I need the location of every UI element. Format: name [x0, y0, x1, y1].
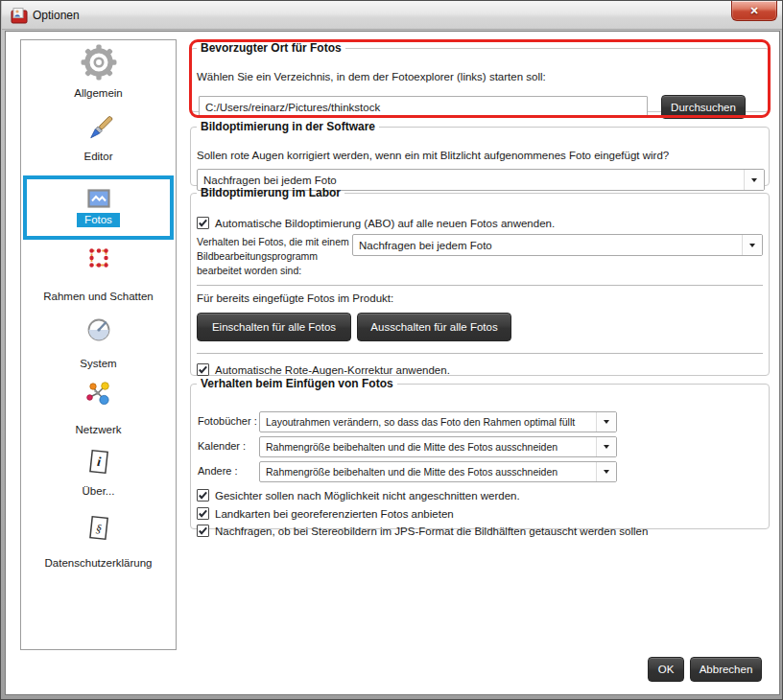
sidebar-item-label: Rahmen und Schatten [43, 291, 153, 302]
frame-icon [87, 246, 110, 269]
gauge-icon [86, 317, 111, 342]
sidebar-item-label: Allgemein [74, 87, 123, 99]
gear-icon [81, 44, 117, 81]
info-page-icon: i [86, 448, 111, 477]
andere-dropdown[interactable]: Rahmengröße beibehalten und die Mitte de… [259, 461, 617, 482]
chevron-down-icon [596, 412, 616, 432]
check-icon [198, 490, 208, 501]
sidebar-item-label: Über... [83, 485, 115, 497]
kalender-dropdown[interactable]: Rahmengröße beibehalten und die Mitte de… [259, 436, 617, 457]
kalender-label: Kalender : [198, 440, 246, 452]
andere-label: Andere : [198, 465, 238, 477]
sidebar-item-label: System [80, 358, 116, 369]
sidebar-item-label: Fotos [77, 213, 120, 227]
photo-icon [87, 189, 110, 208]
network-icon [84, 381, 113, 408]
chevron-down-icon [596, 437, 616, 456]
disable-all-button[interactable]: Ausschalten für alle Fotos [357, 313, 511, 341]
section-lab-optimization: Bildoptimierung im Labor Automatische Bi… [190, 186, 770, 376]
section-insert-behavior: Verhalten beim Einfügen von Fotos Fotobü… [190, 377, 770, 529]
fotobuecher-label: Fotobücher : [198, 415, 257, 427]
sidebar-item-editor[interactable]: Editor [21, 116, 176, 162]
check-icon [198, 525, 208, 536]
title-bar[interactable]: Optionen ✕ [2, 1, 783, 30]
browse-button[interactable]: Durchsuchen [661, 95, 746, 119]
sidebar-item-rahmen-und-schatten[interactable]: Rahmen und Schatten [21, 246, 176, 302]
checkbox-label: Landkarten bei georeferenzierten Fotos a… [215, 508, 454, 520]
close-button[interactable]: ✕ [731, 1, 777, 21]
close-icon: ✕ [749, 6, 758, 16]
dropdown-value: Nachfragen bei jedem Foto [198, 175, 744, 186]
checkbox-label: Automatische Bildoptimierung (ABO) auf a… [215, 218, 555, 229]
section-title: Bevorzugter Ort für Fotos [197, 41, 345, 55]
fotobuecher-dropdown[interactable]: Layoutrahmen verändern, so dass das Foto… [259, 411, 617, 432]
section-software-optimization: Bildoptimierung in der Software Sollen r… [190, 120, 770, 186]
checkbox-stereo[interactable] [197, 525, 209, 537]
dropdown-value: Layoutrahmen verändern, so dass das Foto… [260, 416, 596, 428]
chevron-down-icon [742, 235, 762, 255]
sidebar-item-datenschutzerklaerung[interactable]: § Datenschutzerklärung [21, 514, 176, 569]
photo-path-value: C:/Users/reinarz/Pictures/thinkstock [205, 102, 380, 113]
enable-all-button[interactable]: Einschalten für alle Fotos [197, 313, 351, 341]
description-text: Wählen Sie ein Verzeichnis, in dem der F… [197, 71, 546, 82]
sidebar-item-fotos[interactable]: Fotos [23, 175, 174, 240]
photo-path-input[interactable]: C:/Users/reinarz/Pictures/thinkstock [199, 96, 648, 118]
options-window: Optionen ✕ Allgem [0, 0, 783, 700]
edited-photos-label: Verhalten bei Fotos, die mit einem Bildb… [197, 235, 352, 278]
ok-button[interactable]: OK [648, 657, 684, 682]
sidebar-item-label: Datenschutzerklärung [45, 557, 153, 569]
existing-photos-label: Für bereits eingefügte Fotos im Produkt: [197, 292, 393, 304]
sidebar-item-ueber[interactable]: i Über... [21, 448, 176, 497]
cancel-button[interactable]: Abbrechen [690, 657, 762, 682]
edited-photos-dropdown[interactable]: Nachfragen bei jedem Foto [352, 234, 763, 256]
divider [197, 353, 763, 354]
checkbox-label: Nachfragen, ob bei Stereobildern im JPS-… [215, 525, 648, 537]
dropdown-value: Rahmengröße beibehalten und die Mitte de… [260, 441, 596, 453]
section-title: Bildoptimierung in der Software [197, 120, 379, 133]
sidebar-item-label: Netzwerk [76, 424, 122, 435]
checkbox-label: Automatische Rote-Augen-Korrektur anwend… [215, 364, 450, 376]
section-title: Bildoptimierung im Labor [197, 186, 344, 199]
check-icon [198, 364, 208, 375]
chevron-down-icon [596, 462, 616, 481]
sidebar-item-label: Editor [83, 151, 112, 162]
checkbox-faces[interactable] [197, 489, 209, 502]
checkbox-red-eye[interactable] [197, 363, 209, 376]
sidebar-item-allgemein[interactable]: Allgemein [21, 44, 176, 99]
checkbox-label: Gesichter sollen nach Möglichkeit nicht … [215, 490, 520, 502]
window-title: Optionen [33, 9, 80, 22]
redeye-question-text: Sollen rote Augen korrigiert werden, wen… [197, 150, 669, 161]
check-icon [198, 218, 208, 228]
section-title: Verhalten beim Einfügen von Fotos [197, 377, 397, 390]
paragraph-page-icon: § [86, 514, 111, 543]
sidebar-item-netzwerk[interactable]: Netzwerk [21, 381, 176, 435]
brush-icon [83, 116, 115, 145]
checkbox-abo[interactable] [197, 217, 209, 229]
dropdown-value: Nachfragen bei jedem Foto [353, 240, 742, 251]
sidebar-item-system[interactable]: System [21, 317, 176, 369]
dropdown-value: Rahmengröße beibehalten und die Mitte de… [260, 466, 596, 478]
divider [197, 285, 763, 286]
app-icon [11, 7, 28, 25]
section-preferred-location: Bevorzugter Ort für Fotos Wählen Sie ein… [190, 41, 770, 112]
sidebar: Allgemein Editor Fotos [20, 39, 177, 650]
checkbox-maps[interactable] [197, 507, 209, 520]
check-icon [198, 508, 208, 519]
